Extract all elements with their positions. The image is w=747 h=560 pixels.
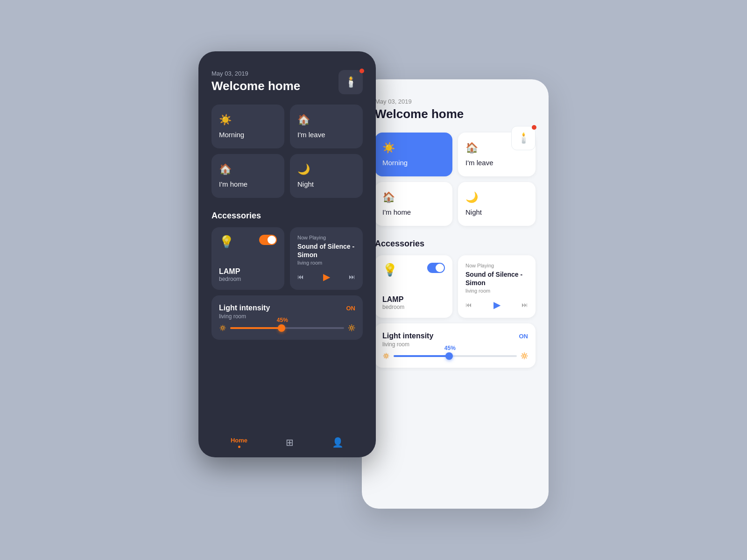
moon-icon: 🌙 [297,163,355,175]
dark-nav-profile[interactable]: 👤 [332,437,344,448]
dark-next-button[interactable]: ⏭ [349,273,355,280]
light-next-button[interactable]: ⏭ [521,301,528,308]
light-scene-home-label: I'm home [382,208,411,216]
light-date: May 03, 2019 [375,98,536,105]
dark-slider-fill [230,327,282,329]
candle-icon-light: 🕯️ [517,132,530,144]
dark-scene-leave[interactable]: 🏠 I'm leave [290,105,363,148]
dark-lamp-room: bedroom [219,276,277,282]
dark-scene-grid: ☀️ Morning 🏠 I'm leave 🏠 I'm home 🌙 Nigh… [211,105,363,198]
light-slider-fill [394,355,449,357]
light-accessories-grid: 💡 LAMP bedroom Now Playing Sound of Sile… [375,255,536,318]
dark-scene-leave-label: I'm leave [297,131,325,139]
dark-music-room: living room [297,260,355,266]
notification-dot [359,69,364,73]
light-moon-icon: 🌙 [465,191,528,203]
light-lamp-icon: 💡 [382,263,397,277]
dark-phone: May 03, 2019 Welcome home 🕯️ ☀️ Morning … [198,51,376,457]
light-prev-button[interactable]: ⏮ [465,301,472,308]
dark-light-on-label: ON [346,305,356,312]
light-scene-morning-label: Morning [382,159,408,167]
grid-icon: ⊞ [286,437,294,448]
house-home-icon: 🏠 [219,163,277,175]
dark-scene-home-label: I'm home [219,180,247,188]
light-scene-night[interactable]: 🌙 Night [458,182,536,226]
dark-accessories-title: Accessories [211,211,363,221]
light-scene-night-label: Night [465,208,482,216]
light-music-title: Sound of Silence - Simon [465,270,528,287]
dark-bottom-nav: Home ⊞ 👤 [211,429,363,448]
light-brightness-low-icon: 🔅 [382,352,390,359]
dark-lamp-card: 💡 LAMP bedroom [211,227,284,290]
candle-icon: 🕯️ [345,76,357,88]
dark-nav-home-label: Home [231,437,247,444]
dark-prev-button[interactable]: ⏮ [297,273,304,280]
light-light-intensity-card: Light intensity ON living room 🔅 45% 🔆 [375,323,536,368]
light-notification-dot [532,125,536,130]
light-house-home-icon: 🏠 [382,191,445,203]
house-leave-icon: 🏠 [297,114,355,126]
light-brightness-high-icon: 🔆 [521,352,528,359]
dark-notification-button[interactable]: 🕯️ [338,70,363,94]
light-on-label: ON [519,333,529,340]
light-slider-row: 🔅 45% 🔆 [382,352,528,359]
light-slider-track[interactable]: 45% [394,355,517,357]
light-slider-percent: 45% [444,345,456,351]
light-play-button[interactable]: ▶ [493,299,500,310]
dark-scene-morning[interactable]: ☀️ Morning [211,105,284,148]
light-notification-button[interactable]: 🕯️ [511,126,536,150]
profile-icon: 👤 [332,437,344,448]
light-intensity-title: Light intensity [382,332,433,340]
light-sun-icon: ☀️ [382,142,445,154]
light-lamp-toggle[interactable] [427,263,445,273]
dark-scene-night-label: Night [297,180,314,188]
dark-now-playing-label: Now Playing [297,235,355,240]
light-scene-leave-label: I'm leave [465,159,493,167]
light-music-room: living room [465,288,528,294]
light-now-playing-label: Now Playing [465,263,528,268]
sun-icon: ☀️ [219,114,277,126]
light-lamp-room: bedroom [382,304,445,310]
dark-scene-night[interactable]: 🌙 Night [290,154,363,198]
dark-slider-thumb[interactable] [278,324,285,332]
dark-slider-track[interactable]: 45% [230,327,344,329]
dark-slider-percent: 45% [277,317,288,323]
light-scene-home[interactable]: 🏠 I'm home [375,182,452,226]
dark-light-intensity-card: Light intensity ON living room 🔅 45% 🔆 [211,295,363,340]
light-slider-thumb[interactable] [445,352,453,360]
lamp-icon: 💡 [219,235,234,249]
light-phone: May 03, 2019 Welcome home 🕯️ ☀️ Morning … [362,79,549,509]
dark-accessories-grid: 💡 LAMP bedroom Now Playing Sound of Sile… [211,227,363,290]
dark-slider-row: 🔅 45% 🔆 [219,324,355,331]
dark-scene-morning-label: Morning [219,131,244,139]
light-accessories-title: Accessories [375,239,536,249]
dark-nav-home[interactable]: Home [231,437,247,448]
dark-brightness-high-icon: 🔆 [348,324,355,331]
dark-brightness-low-icon: 🔅 [219,324,226,331]
dark-lamp-name: LAMP [219,267,277,276]
dark-play-button[interactable]: ▶ [323,271,330,282]
dark-music-title: Sound of Silence - Simon [297,242,355,259]
dark-scene-home[interactable]: 🏠 I'm home [211,154,284,198]
light-music-card: Now Playing Sound of Silence - Simon liv… [458,255,536,318]
light-lamp-card: 💡 LAMP bedroom [375,255,452,318]
dark-music-card: Now Playing Sound of Silence - Simon liv… [290,227,363,290]
dark-lamp-toggle[interactable] [259,235,277,245]
dark-nav-grid[interactable]: ⊞ [286,437,294,448]
light-title: Welcome home [375,107,536,121]
dark-nav-home-dot [238,446,240,448]
dark-light-intensity-title: Light intensity [219,304,270,312]
light-lamp-name: LAMP [382,295,445,304]
light-scene-morning[interactable]: ☀️ Morning [375,133,452,176]
